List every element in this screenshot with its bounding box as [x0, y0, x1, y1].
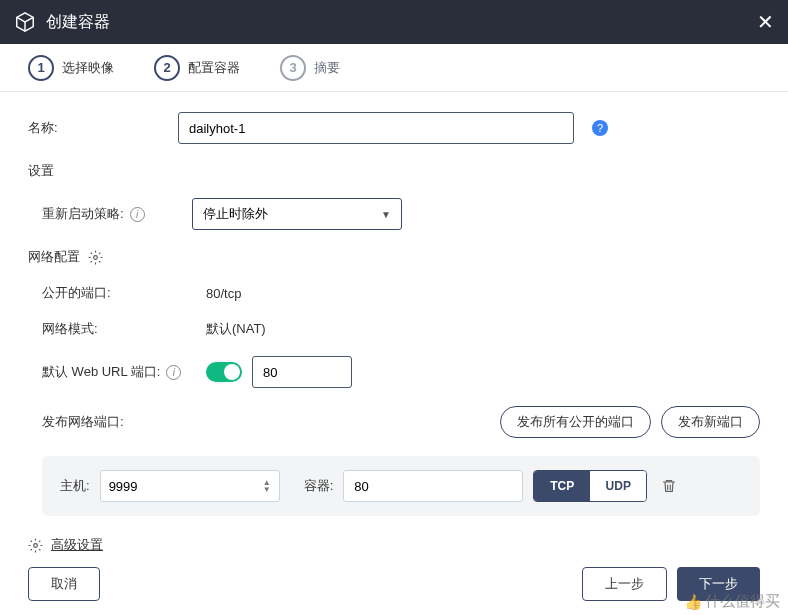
exposed-port-value: 80/tcp — [206, 286, 241, 301]
container-port-label: 容器: — [304, 477, 334, 495]
advanced-settings-link[interactable]: 高级设置 — [51, 536, 103, 554]
host-port-input[interactable]: 9999 ▲▼ — [100, 470, 280, 502]
back-button[interactable]: 上一步 — [582, 567, 667, 601]
next-button[interactable]: 下一步 — [677, 567, 760, 601]
step-number: 1 — [28, 55, 54, 81]
gear-icon[interactable] — [88, 250, 103, 265]
gear-icon — [28, 538, 43, 553]
container-port-input[interactable] — [343, 470, 523, 502]
svg-point-1 — [34, 543, 38, 547]
info-icon[interactable]: i — [130, 207, 145, 222]
restart-policy-dropdown[interactable]: 停止时除外 ▼ — [192, 198, 402, 230]
step-number: 3 — [280, 55, 306, 81]
step-number: 2 — [154, 55, 180, 81]
info-icon[interactable]: i — [166, 365, 181, 380]
exposed-port-label: 公开的端口: — [42, 284, 206, 302]
weburl-port-label: 默认 Web URL 端口: i — [42, 363, 206, 381]
spinner-icon[interactable]: ▲▼ — [263, 479, 271, 493]
tcp-button[interactable]: TCP — [534, 471, 590, 501]
step-label: 配置容器 — [188, 59, 240, 77]
network-section-title: 网络配置 — [28, 248, 760, 266]
network-mode-label: 网络模式: — [42, 320, 206, 338]
trash-icon[interactable] — [661, 478, 677, 494]
network-mode-value: 默认(NAT) — [206, 320, 266, 338]
step-label: 摘要 — [314, 59, 340, 77]
step-configure-container[interactable]: 2 配置容器 — [154, 55, 240, 81]
step-summary[interactable]: 3 摘要 — [280, 55, 340, 81]
step-select-image[interactable]: 1 选择映像 — [28, 55, 114, 81]
cancel-button[interactable]: 取消 — [28, 567, 100, 601]
chevron-down-icon: ▼ — [381, 209, 391, 220]
weburl-port-input[interactable] — [252, 356, 352, 388]
svg-point-0 — [94, 255, 98, 259]
publish-port-label: 发布网络端口: — [42, 413, 206, 431]
host-port-label: 主机: — [60, 477, 90, 495]
dialog-header: 创建容器 ✕ — [0, 0, 788, 44]
cube-icon — [14, 11, 36, 33]
name-input[interactable] — [178, 112, 574, 144]
name-label: 名称: — [28, 119, 178, 137]
dialog-footer: 取消 上一步 下一步 — [28, 567, 760, 601]
udp-button[interactable]: UDP — [590, 471, 646, 501]
help-icon[interactable]: ? — [592, 120, 608, 136]
dialog-title: 创建容器 — [46, 12, 110, 33]
port-mapping-card: 主机: 9999 ▲▼ 容器: TCP UDP — [42, 456, 760, 516]
publish-new-button[interactable]: 发布新端口 — [661, 406, 760, 438]
protocol-toggle: TCP UDP — [533, 470, 647, 502]
restart-policy-label: 重新启动策略: i — [42, 205, 192, 223]
publish-all-button[interactable]: 发布所有公开的端口 — [500, 406, 651, 438]
dropdown-value: 停止时除外 — [203, 205, 268, 223]
step-label: 选择映像 — [62, 59, 114, 77]
weburl-toggle[interactable] — [206, 362, 242, 382]
close-icon[interactable]: ✕ — [757, 10, 774, 34]
settings-section-title: 设置 — [28, 162, 760, 180]
steps-bar: 1 选择映像 2 配置容器 3 摘要 — [0, 44, 788, 92]
